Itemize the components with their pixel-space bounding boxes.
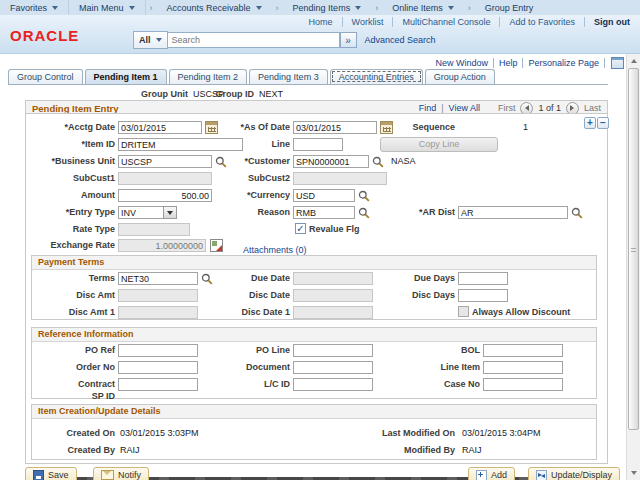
envelope-icon: [101, 470, 114, 480]
currency-input[interactable]: [293, 189, 355, 202]
vertical-scrollbar[interactable]: [626, 54, 640, 480]
tab-pending-item-3[interactable]: Pending Item 3: [249, 69, 328, 84]
save-button[interactable]: Save: [25, 467, 77, 480]
tab-group-control[interactable]: Group Control: [8, 69, 83, 84]
entry-type-label: *Entry Type: [20, 206, 115, 219]
bol-label: BOL: [385, 344, 480, 357]
personalize-page-link[interactable]: Personalize Page: [523, 58, 605, 68]
terms-input[interactable]: [118, 272, 198, 285]
contract-input[interactable]: [118, 378, 198, 391]
lookup-icon[interactable]: [358, 190, 370, 202]
disc-date-1-label: Disc Date 1: [195, 306, 290, 319]
tab-accounting-entries[interactable]: Accounting Entries: [330, 69, 423, 84]
scroll-down-button[interactable]: [628, 467, 640, 479]
po-ref-input[interactable]: [118, 344, 198, 357]
breadcrumb-accounts-receivable[interactable]: Accounts Receivable: [157, 0, 272, 15]
acctg-date-label: *Acctg Date: [20, 121, 115, 134]
add-row-button[interactable]: +: [584, 117, 596, 129]
search-input[interactable]: [168, 32, 340, 48]
scrollbar-thumb[interactable]: [628, 68, 639, 430]
created-by-value: RAIJ: [120, 444, 140, 457]
exchange-rate-detail-icon[interactable]: [210, 239, 223, 252]
customer-name-value: NASA: [391, 155, 416, 168]
revalue-flg-checkbox[interactable]: ✓: [295, 223, 306, 234]
multichannel-console-link[interactable]: MultiChannel Console: [393, 17, 500, 27]
always-allow-discount-label: Always Allow Discount: [472, 306, 572, 319]
document-input[interactable]: [293, 361, 373, 374]
new-window-link[interactable]: New Window: [430, 58, 494, 68]
search-scope-dropdown[interactable]: All: [133, 31, 168, 49]
line-item-input[interactable]: [483, 361, 563, 374]
page-tabs: Group Control Pending Item 1 Pending Ite…: [8, 68, 608, 85]
rate-type-input: [118, 223, 190, 236]
item-creation-header: Item Creation/Update Details: [32, 405, 596, 419]
due-days-input[interactable]: [458, 272, 508, 285]
breadcrumb-separator-icon: ›: [464, 3, 475, 13]
lookup-icon[interactable]: [571, 207, 583, 219]
lc-id-input[interactable]: [293, 378, 373, 391]
add-button[interactable]: Add: [468, 467, 515, 480]
business-unit-label: *Business Unit: [20, 155, 115, 168]
search-bar: All » Advanced Search: [133, 31, 436, 49]
chevron-down-icon: [448, 6, 454, 10]
add-plus-icon: [476, 470, 487, 480]
update-display-button[interactable]: Update/Display: [528, 467, 620, 480]
as-of-date-input[interactable]: [293, 121, 377, 134]
breadcrumb-group-entry: Group Entry: [475, 0, 544, 15]
tab-pending-item-1[interactable]: Pending Item 1: [85, 69, 167, 84]
breadcrumb-label: Main Menu: [79, 3, 124, 13]
acctg-date-input[interactable]: [118, 121, 202, 134]
lookup-icon[interactable]: [372, 156, 384, 168]
ar-dist-input[interactable]: [458, 206, 568, 219]
delete-row-button[interactable]: −: [597, 117, 609, 129]
subcust1-label: SubCust1: [20, 172, 115, 185]
entry-type-input[interactable]: [118, 206, 164, 219]
app-header: ORACLE Home Worklist MultiChannel Consol…: [0, 15, 640, 54]
advanced-search-link[interactable]: Advanced Search: [365, 35, 436, 45]
disc-amt-label: Disc Amt: [20, 289, 115, 302]
bol-input[interactable]: [483, 344, 563, 357]
help-link[interactable]: Help: [494, 58, 524, 68]
case-no-input[interactable]: [483, 378, 563, 391]
sign-out-link[interactable]: Sign out: [585, 17, 632, 27]
notify-label: Notify: [118, 470, 141, 480]
view-all-link[interactable]: View All: [449, 103, 480, 113]
reference-information-title: Reference Information: [38, 329, 134, 339]
search-scope-value: All: [139, 35, 151, 45]
breadcrumb-separator-icon: ›: [272, 3, 283, 13]
po-line-input[interactable]: [293, 344, 373, 357]
exchange-rate-input: [118, 239, 206, 252]
disc-days-input[interactable]: [458, 289, 508, 302]
breadcrumb-main-menu[interactable]: Main Menu: [69, 0, 146, 15]
reason-input[interactable]: [293, 206, 355, 219]
entry-type-dropdown-button[interactable]: [163, 206, 177, 219]
home-link[interactable]: Home: [300, 17, 343, 27]
order-no-input[interactable]: [118, 361, 198, 374]
tab-pending-item-2[interactable]: Pending Item 2: [169, 69, 248, 84]
scroll-up-button[interactable]: [628, 55, 640, 67]
tab-group-action[interactable]: Group Action: [425, 69, 495, 84]
reference-information-header: Reference Information: [32, 328, 596, 342]
sequence-label: Sequence: [385, 121, 455, 134]
add-label: Add: [491, 470, 507, 480]
line-input[interactable]: [293, 138, 343, 151]
breadcrumb-label: Favorites: [10, 3, 47, 13]
customer-input[interactable]: [293, 155, 369, 168]
worklist-link[interactable]: Worklist: [343, 17, 394, 27]
multichannel-grid-icon[interactable]: [611, 57, 624, 69]
breadcrumb-label: Online Items: [392, 3, 443, 13]
arrow-down-icon: [631, 471, 637, 475]
search-go-button[interactable]: »: [340, 32, 357, 48]
item-creation-title: Item Creation/Update Details: [38, 406, 161, 416]
breadcrumb-favorites[interactable]: Favorites: [0, 0, 69, 15]
notify-button[interactable]: Notify: [93, 467, 149, 480]
subcust2-label: SubCust2: [195, 172, 290, 185]
breadcrumb-separator-icon: ›: [146, 3, 157, 13]
breadcrumb-online-items[interactable]: Online Items: [382, 0, 464, 15]
breadcrumb-pending-items[interactable]: Pending Items: [283, 0, 372, 15]
add-to-favorites-link[interactable]: Add to Favorites: [500, 17, 585, 27]
po-ref-label: PO Ref: [20, 344, 115, 357]
always-allow-discount-checkbox: [458, 306, 469, 317]
find-link[interactable]: Find: [419, 103, 437, 113]
line-label: Line: [195, 138, 290, 151]
